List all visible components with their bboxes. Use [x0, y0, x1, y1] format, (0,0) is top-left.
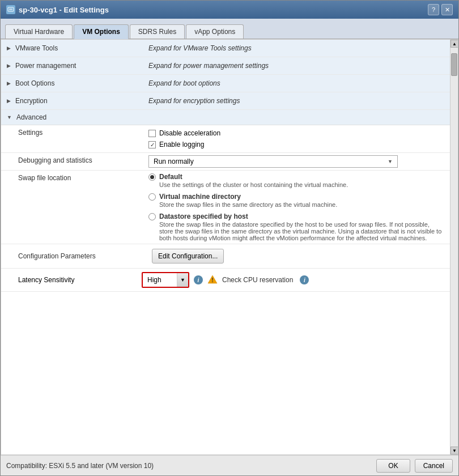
edit-configuration-button[interactable]: Edit Configuration... — [152, 249, 224, 264]
config-params-row: Configuration Parameters Edit Configurat… — [1, 244, 450, 269]
disable-acceleration-row: Disable acceleration — [148, 128, 444, 139]
title-bar-left: sp-30-vcg1 - Edit Settings — [6, 5, 109, 14]
swap-datastore-label: Datastore specified by host — [159, 212, 248, 220]
vmware-tools-arrow: ▶ — [7, 45, 11, 51]
swap-file-label: Swap file location — [1, 171, 143, 185]
debugging-content: Run normally ▼ — [143, 153, 450, 170]
tab-vapp-options[interactable]: vApp Options — [186, 24, 244, 39]
cancel-button[interactable]: Cancel — [415, 459, 453, 473]
swap-vm-dir-label: Virtual machine directory — [159, 193, 241, 201]
status-buttons: OK Cancel — [376, 459, 453, 473]
swap-radio-group: Default Use the settings of the cluster … — [148, 173, 444, 241]
vmware-tools-label: ▶ VMware Tools — [1, 40, 143, 57]
swap-datastore-row: Datastore specified by host Store the sw… — [148, 212, 444, 241]
check-cpu-info-icon[interactable]: i — [300, 275, 309, 284]
boot-options-row[interactable]: ▶ Boot Options Expand for boot options — [1, 75, 450, 92]
settings-panel: ▶ VMware Tools Expand for VMware Tools s… — [1, 40, 450, 454]
vmware-tools-row[interactable]: ▶ VMware Tools Expand for VMware Tools s… — [1, 40, 450, 57]
swap-default-row: Default Use the settings of the cluster … — [148, 173, 444, 188]
scroll-down-arrow[interactable]: ▼ — [450, 447, 458, 454]
swap-file-content: Default Use the settings of the cluster … — [143, 171, 450, 244]
ok-button[interactable]: OK — [376, 459, 410, 473]
encryption-label: ▶ Encryption — [1, 92, 143, 109]
encryption-arrow: ▶ — [7, 98, 11, 104]
scroll-up-arrow[interactable]: ▲ — [450, 40, 458, 48]
swap-default-label: Default — [159, 173, 182, 181]
advanced-header[interactable]: ▼ Advanced — [1, 110, 450, 125]
disable-acceleration-checkbox[interactable] — [148, 130, 156, 137]
compatibility-text: Compatibility: ESXi 5.5 and later (VM ve… — [6, 462, 154, 470]
main-window: sp-30-vcg1 - Edit Settings ? ✕ Virtual H… — [0, 0, 459, 476]
encryption-content: Expand for encryption settings — [143, 92, 450, 109]
latency-sensitivity-row: Latency Sensitivity High ▼ i ! Check CPU… — [1, 269, 450, 292]
enable-logging-row: ✓ Enable logging — [148, 139, 444, 150]
tab-vm-options[interactable]: VM Options — [74, 24, 129, 39]
disable-acceleration-label: Disable acceleration — [159, 129, 220, 137]
settings-label: Settings — [1, 125, 143, 140]
swap-datastore-text: Datastore specified by host Store the sw… — [159, 212, 444, 241]
power-management-content: Expand for power management settings — [143, 57, 450, 74]
swap-datastore-desc: Store the swap files in the datastore sp… — [159, 221, 444, 241]
swap-vm-dir-desc: Store the swap files in the same directo… — [159, 201, 337, 208]
boot-options-arrow: ▶ — [7, 80, 11, 86]
debugging-arrow: ▼ — [388, 159, 393, 164]
vmware-tools-content: Expand for VMware Tools settings — [143, 40, 450, 57]
swap-vm-dir-text: Virtual machine directory Store the swap… — [159, 193, 337, 208]
vm-icon — [6, 5, 15, 14]
close-button[interactable]: ✕ — [441, 4, 453, 15]
warning-icon: ! — [207, 275, 218, 284]
scroll-track[interactable] — [450, 48, 458, 447]
check-cpu-text: Check CPU reservation — [222, 276, 293, 284]
power-management-label: ▶ Power management — [1, 57, 143, 74]
swap-default-desc: Use the settings of the cluster or host … — [159, 181, 348, 188]
debugging-label: Debugging and statistics — [1, 153, 143, 168]
swap-default-text: Default Use the settings of the cluster … — [159, 173, 348, 188]
debugging-select[interactable]: Run normally ▼ — [148, 155, 398, 168]
power-management-arrow: ▶ — [7, 63, 11, 69]
help-button[interactable]: ? — [428, 4, 439, 15]
settings-row: Settings Disable acceleration ✓ Enable l… — [1, 125, 450, 153]
encryption-row[interactable]: ▶ Encryption Expand for encryption setti… — [1, 92, 450, 110]
status-bar: Compatibility: ESXi 5.5 and later (VM ve… — [1, 455, 458, 475]
advanced-arrow: ▼ — [7, 114, 12, 120]
advanced-label: Advanced — [16, 113, 46, 121]
svg-rect-1 — [9, 8, 12, 10]
swap-datastore-radio[interactable] — [148, 213, 156, 220]
svg-text:!: ! — [211, 277, 213, 283]
tab-virtual-hardware[interactable]: Virtual Hardware — [5, 24, 73, 39]
title-bar: sp-30-vcg1 - Edit Settings ? ✕ — [1, 1, 458, 19]
config-params-label: Configuration Parameters — [1, 249, 143, 264]
scrollbar: ▲ ▼ — [450, 40, 458, 454]
latency-sensitivity-label: Latency Sensitivity — [7, 276, 137, 284]
content-area: ▶ VMware Tools Expand for VMware Tools s… — [1, 39, 458, 455]
enable-logging-checkbox[interactable]: ✓ — [148, 141, 156, 148]
debugging-value: Run normally — [154, 158, 194, 165]
scroll-thumb[interactable] — [451, 53, 457, 76]
latency-select-container: High ▼ — [142, 272, 189, 288]
swap-file-row: Swap file location Default Use the setti… — [1, 171, 450, 244]
boot-options-content: Expand for boot options — [143, 75, 450, 92]
latency-select-arrow[interactable]: ▼ — [177, 273, 188, 287]
debugging-select-control: Run normally ▼ — [148, 155, 444, 168]
enable-logging-label: Enable logging — [159, 141, 204, 148]
title-bar-buttons: ? ✕ — [428, 4, 453, 15]
settings-checkboxes: Disable acceleration ✓ Enable logging — [143, 125, 450, 152]
power-management-row[interactable]: ▶ Power management Expand for power mana… — [1, 57, 450, 75]
config-params-content: Edit Configuration... — [143, 244, 450, 268]
debugging-row: Debugging and statistics Run normally ▼ — [1, 153, 450, 171]
latency-info-icon[interactable]: i — [194, 275, 203, 284]
latency-select-value[interactable]: High — [143, 274, 177, 286]
window-title: sp-30-vcg1 - Edit Settings — [19, 6, 109, 14]
swap-vm-dir-row: Virtual machine directory Store the swap… — [148, 193, 444, 208]
boot-options-label: ▶ Boot Options — [1, 75, 143, 92]
tabs-bar: Virtual Hardware VM Options SDRS Rules v… — [1, 19, 458, 39]
swap-default-radio[interactable] — [148, 173, 156, 181]
swap-vm-dir-radio[interactable] — [148, 193, 156, 201]
tab-sdrs-rules[interactable]: SDRS Rules — [130, 24, 185, 39]
